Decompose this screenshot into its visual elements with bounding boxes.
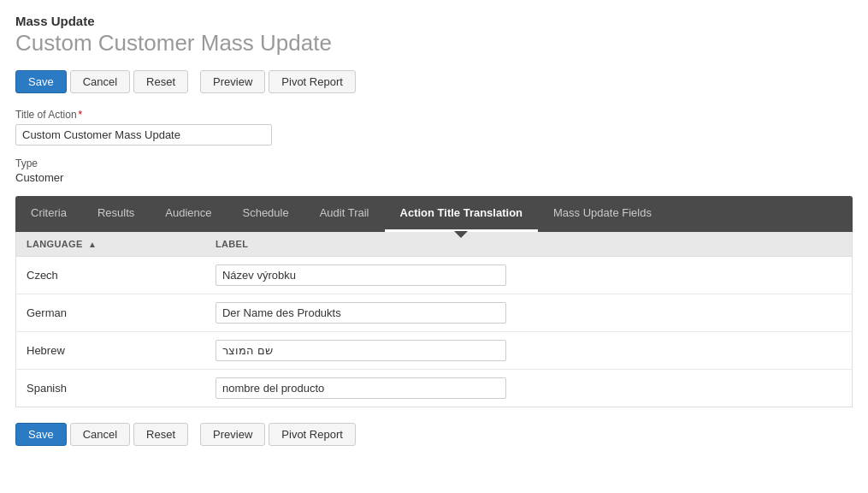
tabs-bar: Criteria Results Audience Schedule Audit… <box>15 196 853 232</box>
label-input[interactable] <box>216 377 506 399</box>
label-input[interactable] <box>216 302 506 324</box>
top-toolbar: Save Cancel Reset Preview Pivot Report <box>15 70 853 93</box>
column-language[interactable]: LANGUAGE ▲ <box>16 232 205 257</box>
label-input[interactable] <box>216 264 506 286</box>
type-section: Type Customer <box>15 157 853 184</box>
cell-language: Hebrew <box>16 331 205 369</box>
label-input[interactable] <box>216 340 506 361</box>
cell-language: Czech <box>16 256 205 294</box>
page-container: Mass Update Custom Customer Mass Update … <box>0 0 868 460</box>
page-title-large: Custom Customer Mass Update <box>15 29 853 58</box>
pivot-report-button[interactable]: Pivot Report <box>269 70 356 93</box>
tab-audience[interactable]: Audience <box>150 196 227 232</box>
required-indicator: * <box>79 109 83 121</box>
bottom-cancel-button[interactable]: Cancel <box>70 423 130 446</box>
cancel-button[interactable]: Cancel <box>70 70 130 93</box>
type-label: Type <box>15 157 853 169</box>
tab-audit-trail[interactable]: Audit Trail <box>304 196 385 232</box>
save-button[interactable]: Save <box>15 70 67 93</box>
table-row: Czech <box>16 256 853 294</box>
cell-label <box>205 331 853 369</box>
page-title-small: Mass Update <box>15 14 853 29</box>
tab-results[interactable]: Results <box>82 196 150 232</box>
bottom-toolbar: Save Cancel Reset Preview Pivot Report <box>15 423 853 446</box>
cell-label <box>205 369 853 407</box>
translations-table: LANGUAGE ▲ LABEL CzechGermanHebrewSpanis… <box>15 232 853 407</box>
bottom-pivot-report-button[interactable]: Pivot Report <box>269 423 356 446</box>
reset-button[interactable]: Reset <box>133 70 188 93</box>
cell-label <box>205 256 853 294</box>
bottom-preview-button[interactable]: Preview <box>200 423 265 446</box>
bottom-save-button[interactable]: Save <box>15 423 67 446</box>
table-row: Hebrew <box>16 331 853 369</box>
tab-criteria[interactable]: Criteria <box>15 196 82 232</box>
type-value: Customer <box>15 171 853 184</box>
cell-language: Spanish <box>16 369 205 407</box>
title-of-action-section: Title of Action* <box>15 109 853 146</box>
table-row: Spanish <box>16 369 853 407</box>
cell-language: German <box>16 294 205 331</box>
column-label: LABEL <box>205 232 853 257</box>
table-header-row: LANGUAGE ▲ LABEL <box>16 232 853 257</box>
title-of-action-input[interactable] <box>15 124 272 146</box>
cell-label <box>205 294 853 331</box>
preview-button[interactable]: Preview <box>200 70 265 93</box>
tab-schedule[interactable]: Schedule <box>227 196 304 232</box>
title-of-action-label: Title of Action* <box>15 109 853 121</box>
table-row: German <box>16 294 853 331</box>
tab-action-title-translation[interactable]: Action Title Translation <box>385 196 539 232</box>
tab-mass-update-fields[interactable]: Mass Update Fields <box>538 196 667 232</box>
sort-icon: ▲ <box>88 240 97 249</box>
bottom-reset-button[interactable]: Reset <box>133 423 188 446</box>
